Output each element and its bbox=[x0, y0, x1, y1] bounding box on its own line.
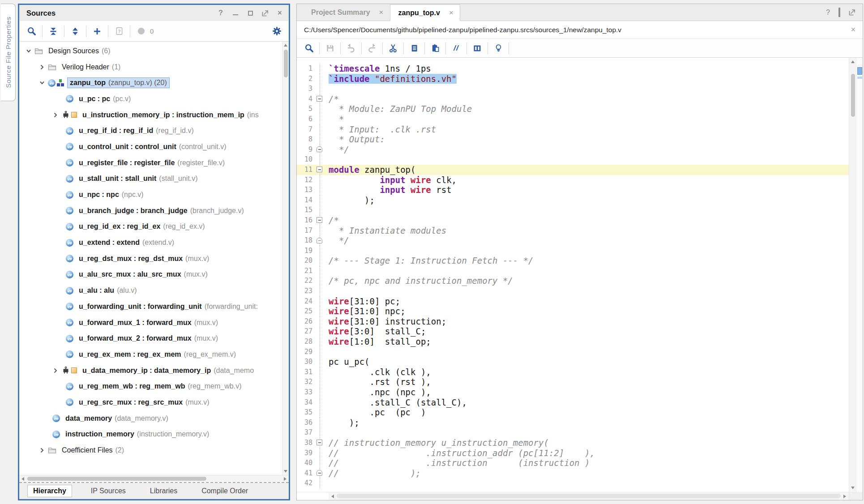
chevron-right-icon[interactable] bbox=[52, 367, 61, 374]
tree-item-u-branch-judge-branch-judge[interactable]: veu_branch_judge : branch_judge(branch_j… bbox=[19, 203, 282, 219]
code-line-9[interactable]: 9 */ bbox=[297, 145, 849, 155]
tree-item-u-npc-npc[interactable]: veu_npc : npc(npc.v) bbox=[19, 187, 282, 203]
code-line-7[interactable]: 7 * Input: .clk .rst bbox=[297, 124, 849, 135]
code-line-8[interactable]: 8 * Output: bbox=[297, 134, 849, 145]
help-doc-icon[interactable]: ? bbox=[113, 26, 125, 37]
close-file-icon[interactable]: × bbox=[851, 25, 855, 34]
code-line-29[interactable]: 29 bbox=[297, 347, 849, 357]
scroll-right-icon[interactable] bbox=[843, 495, 846, 498]
tree-item-u-reg-if-id-reg-if-id[interactable]: veu_reg_if_id : reg_if_id(reg_if_id.v) bbox=[19, 123, 282, 139]
code-line-31[interactable]: 31 .clk (clk ), bbox=[297, 367, 849, 377]
code-line-18[interactable]: 18 */ bbox=[297, 235, 849, 246]
search-icon[interactable] bbox=[26, 26, 37, 37]
code-line-5[interactable]: 5 * Module: ZanPU Top Module bbox=[297, 104, 849, 114]
float-icon[interactable] bbox=[261, 9, 269, 17]
tree-item-u-forward-mux-1-forward-mux[interactable]: veu_forward_mux_1 : forward_mux(mux.v) bbox=[19, 315, 282, 331]
editor-horizontal-scrollbar[interactable] bbox=[297, 492, 863, 500]
code-line-30[interactable]: 30pc u_pc( bbox=[297, 357, 849, 367]
maximize-icon[interactable] bbox=[838, 9, 840, 17]
code-line-11[interactable]: 11module zanpu_top( bbox=[297, 165, 849, 175]
fold-marker[interactable] bbox=[317, 96, 322, 102]
scroll-left-icon[interactable] bbox=[21, 477, 24, 481]
scroll-left-icon[interactable] bbox=[331, 495, 334, 498]
fold-marker[interactable] bbox=[317, 440, 322, 445]
code-line-38[interactable]: 38// instruction_memory u_instruction_me… bbox=[297, 438, 849, 448]
fold-marker[interactable] bbox=[317, 146, 322, 152]
close-icon[interactable]: × bbox=[276, 9, 283, 17]
chevron-right-icon[interactable] bbox=[39, 447, 48, 453]
selection-marker[interactable] bbox=[857, 77, 862, 79]
tree-item-zanpu-top[interactable]: vezanpu_top(zanpu_top.v) (20) bbox=[19, 75, 282, 91]
close-icon[interactable]: × bbox=[379, 8, 384, 17]
fold-marker[interactable] bbox=[317, 167, 322, 172]
tab-libraries[interactable]: Libraries bbox=[145, 485, 183, 497]
scrollbar-thumb[interactable] bbox=[27, 477, 206, 481]
code-line-6[interactable]: 6 * bbox=[297, 114, 849, 124]
scroll-up-icon[interactable] bbox=[284, 44, 287, 47]
code-line-37[interactable]: 37 bbox=[297, 427, 849, 438]
chevron-down-icon[interactable] bbox=[39, 80, 48, 86]
tree-item-u-forwarding-unit-forwarding-unit[interactable]: veu_forwarding_unit : forwarding_unit(fo… bbox=[19, 299, 282, 315]
code-line-25[interactable]: 25wire[31:0] npc; bbox=[297, 306, 849, 316]
tree-item-u-reg-src-mux-reg-src-mux[interactable]: veu_reg_src_mux : reg_src_mux(mux.v) bbox=[19, 394, 282, 410]
tree-item-u-extend-extend[interactable]: veu_extend : extend(extend.v) bbox=[19, 235, 282, 251]
undo-icon[interactable] bbox=[345, 43, 357, 54]
chevron-right-icon[interactable] bbox=[52, 112, 61, 118]
scroll-right-icon[interactable] bbox=[284, 477, 287, 481]
tab-project-summary[interactable]: Project Summary× bbox=[303, 4, 390, 21]
code-line-21[interactable]: 21 bbox=[297, 266, 849, 276]
scrollbar-thumb[interactable] bbox=[337, 494, 841, 498]
code-line-20[interactable]: 20/* --- Stage 1: Instruction Fetch --- … bbox=[297, 256, 849, 266]
tree-item-u-control-unit-control-unit[interactable]: veu_control_unit : control_unit(control_… bbox=[19, 139, 282, 155]
maximize-icon[interactable] bbox=[247, 9, 254, 17]
add-sources-icon[interactable] bbox=[91, 26, 103, 37]
redo-icon[interactable] bbox=[366, 43, 378, 54]
scroll-up-icon[interactable] bbox=[851, 60, 855, 63]
code-line-16[interactable]: 16/* bbox=[297, 215, 849, 226]
chevron-right-icon[interactable] bbox=[39, 64, 48, 70]
code-editor[interactable]: 1`timescale 1ns / 1ps2`include "definiti… bbox=[297, 58, 849, 492]
messages-icon[interactable] bbox=[135, 26, 147, 37]
tree-item-design-sources[interactable]: Design Sources(6) bbox=[19, 43, 282, 59]
scroll-down-icon[interactable] bbox=[284, 470, 287, 473]
cut-icon[interactable] bbox=[387, 43, 399, 54]
toggle-columns-icon[interactable] bbox=[471, 43, 483, 54]
code-line-32[interactable]: 32 .rst (rst ), bbox=[297, 377, 849, 387]
code-line-17[interactable]: 17 * Instantiate modules bbox=[297, 226, 849, 236]
tree-item-coefficient-files[interactable]: Coefficient Files(2) bbox=[19, 442, 282, 458]
lightbulb-icon[interactable] bbox=[492, 43, 504, 54]
code-line-4[interactable]: 4/* bbox=[297, 94, 849, 104]
help-icon[interactable]: ? bbox=[217, 9, 224, 17]
code-line-33[interactable]: 33 .npc (npc ), bbox=[297, 387, 849, 397]
code-line-41[interactable]: 41// ); bbox=[297, 468, 849, 478]
code-line-1[interactable]: 1`timescale 1ns / 1ps bbox=[297, 64, 849, 74]
code-line-24[interactable]: 24wire[31:0] pc; bbox=[297, 296, 849, 307]
code-line-2[interactable]: 2`include "definitions.vh" bbox=[297, 74, 849, 84]
tree-item-u-reg-mem-wb-reg-mem-wb[interactable]: veu_reg_mem_wb : reg_mem_wb(reg_mem_wb.v… bbox=[19, 378, 282, 394]
scrollbar-thumb[interactable] bbox=[851, 74, 855, 117]
code-line-35[interactable]: 35 .pc (pc ) bbox=[297, 407, 849, 418]
tree-item-u-reg-id-ex-reg-id-ex[interactable]: veu_reg_id_ex : reg_id_ex(reg_id_ex.v) bbox=[19, 219, 282, 235]
tree-item-u-reg-dst-mux-reg-dst-mux[interactable]: veu_reg_dst_mux : reg_dst_mux(mux.v) bbox=[19, 251, 282, 267]
code-line-15[interactable]: 15 bbox=[297, 205, 849, 215]
tree-item-instruction-memory[interactable]: veinstruction_memory(instruction_memory.… bbox=[19, 427, 282, 443]
code-line-12[interactable]: 12 input wire clk, bbox=[297, 175, 849, 185]
code-line-28[interactable]: 28wire[1:0] stall_op; bbox=[297, 337, 849, 347]
expand-all-icon[interactable] bbox=[69, 26, 81, 37]
code-line-22[interactable]: 22/* pc, npc and instruction_memory */ bbox=[297, 276, 849, 286]
code-line-40[interactable]: 40// .instruction (instruction ) bbox=[297, 458, 849, 468]
tree-item-verilog-header[interactable]: Verilog Header(1) bbox=[19, 59, 282, 75]
fold-marker[interactable] bbox=[317, 238, 322, 243]
toggle-comment-icon[interactable]: // bbox=[450, 43, 462, 54]
code-line-19[interactable]: 19 bbox=[297, 246, 849, 256]
tree-item-u-alu-src-mux-alu-src-mux[interactable]: veu_alu_src_mux : alu_src_mux(mux.v) bbox=[19, 267, 282, 283]
tree-item-data-memory[interactable]: vedata_memory(data_memory.v) bbox=[19, 410, 282, 427]
fold-marker[interactable] bbox=[317, 217, 322, 223]
tree-item-u-data-memory-ip-data-memory-ip[interactable]: u_data_memory_ip : data_memory_ip(data_m… bbox=[19, 363, 282, 379]
copy-icon[interactable] bbox=[408, 43, 420, 54]
code-line-27[interactable]: 27wire[3:0] stall_C; bbox=[297, 326, 849, 337]
tree-item-u-instruction-memory-ip-instruction-mem-ip[interactable]: u_instruction_memory_ip : instruction_me… bbox=[19, 107, 282, 123]
sources-vertical-scrollbar[interactable] bbox=[282, 42, 289, 475]
code-line-39[interactable]: 39// .instruction_addr (pc[11:2] ), bbox=[297, 448, 849, 458]
tree-item-u-register-file-register-file[interactable]: veu_register_file : register_file(regist… bbox=[19, 155, 282, 171]
